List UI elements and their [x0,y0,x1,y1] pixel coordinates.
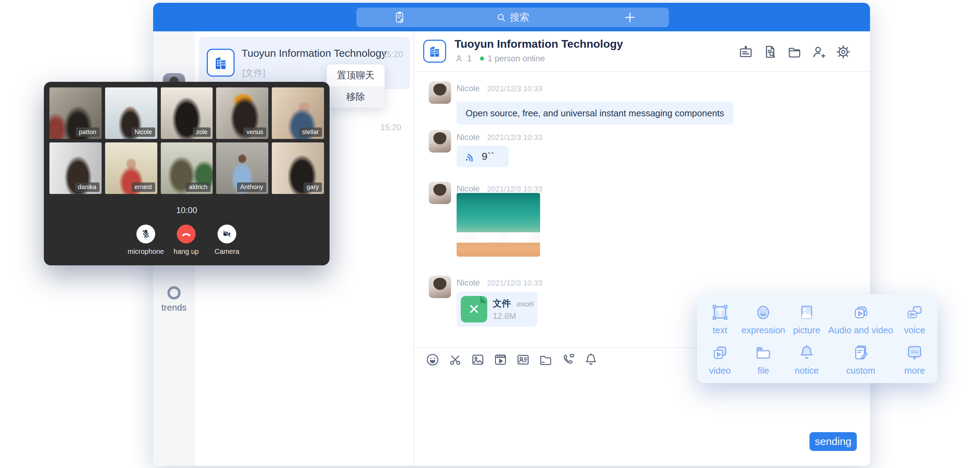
search-bar[interactable]: 搜索 [356,8,669,27]
participant-tile: venus [216,88,268,139]
audio-video-icon [851,303,870,322]
search-icon [496,12,506,22]
participant-name: ernest [132,182,155,192]
message-input[interactable] [414,372,870,466]
trends-label: trends [153,302,195,313]
video-icon[interactable] [493,352,508,367]
conversation-context-menu: 置顶聊天 移除 [327,64,385,108]
popup-item-notice[interactable]: notice [785,340,828,380]
hang-up-icon [180,228,192,240]
menu-item-remove[interactable]: 移除 [327,86,385,108]
participant-name: Nicole [132,128,155,137]
participant-tile: gary [272,142,324,194]
camera-mute-button[interactable] [218,225,236,243]
file-name: 文件 [493,298,511,308]
image-icon[interactable] [470,352,485,367]
online-text: 1 person online [488,54,545,63]
members-icon [455,54,463,63]
popup-item-custom[interactable]: custom [828,340,893,380]
popup-item-more[interactable]: more [893,340,936,380]
voice-bubble[interactable]: 9`` [457,145,509,167]
participant-tile: Anthony [216,142,268,194]
plus-icon[interactable] [623,10,637,24]
message-time: 2021/12/3 10:33 [487,133,542,142]
menu-item-pin-chat[interactable]: 置顶聊天 [327,64,385,86]
hang-up-button[interactable] [177,225,196,243]
text-icon [710,303,730,322]
voice-icon [905,303,924,322]
sender-name: Nicole [457,278,480,287]
contact-card-icon[interactable] [515,352,531,367]
folder-icon[interactable] [786,44,802,60]
sender-name: Nicole [457,132,480,142]
microphone-mute-button[interactable] [137,225,155,243]
popup-item-video[interactable]: video [698,340,741,380]
picture-icon [797,303,816,322]
file-attachment[interactable]: ✕ 文件 .excel 12.8M [457,292,537,327]
participant-tile: aldrich [161,142,213,194]
avatar[interactable] [429,182,451,204]
popup-item-picture[interactable]: picture [785,299,828,340]
participant-name: danika [75,182,100,192]
control-label: Camera [202,248,251,256]
call-timer: 10:00 [44,206,329,215]
announcement-icon[interactable] [738,44,754,60]
desktop-background: 搜索 trends [0,0,980,468]
avatar[interactable] [429,276,451,298]
participant-name: stellar [299,128,322,137]
video-call-panel: patton Nicole zole venus stellar danika … [44,82,329,265]
participant-name: Anthony [237,182,266,192]
search-placeholder[interactable]: 搜索 [510,11,529,24]
settings-icon[interactable] [835,44,851,60]
video-file-icon [710,343,730,363]
participant-tile: zole [161,88,213,139]
notification-icon[interactable] [583,352,598,367]
popup-item-voice[interactable]: voice [893,299,936,340]
avatar[interactable] [429,81,451,104]
app-header: 搜索 [153,3,870,31]
folder-icon[interactable] [538,352,553,367]
excel-file-icon: ✕ [461,296,487,323]
conversation-time: 15:20 [382,50,403,59]
popup-item-file[interactable]: file [741,340,786,380]
add-member-icon[interactable] [811,44,827,60]
video-call-icon[interactable] [561,352,576,367]
photo-detail [457,232,540,242]
organization-icon [207,49,235,77]
avatar[interactable] [429,130,451,153]
nav-item-trends[interactable]: trends [153,286,195,313]
sender-name: Nicole [457,83,480,93]
online-dot [480,56,484,61]
message-time: 2021/12/3 10:33 [487,279,542,287]
message-time: 2021/12/3 10:33 [487,185,542,193]
camera-muted-icon [221,228,232,240]
more-icon [905,343,924,363]
voice-wave-icon [464,150,476,162]
participant-tile: stellar [272,88,324,139]
participant-name: patton [76,128,100,137]
chat-subtitle: 1 1 person online [455,54,545,63]
image-attachment[interactable] [457,193,540,257]
chat-title: Tuoyun Information Technology [455,38,623,51]
message-type-popup: text expression picture [697,294,937,383]
organization-icon [423,40,446,63]
text-bubble[interactable]: Open source, free, and universal instant… [457,102,733,125]
popup-item-expression[interactable]: expression [741,299,786,340]
emoji-icon[interactable] [425,352,440,367]
popup-item-audio-video[interactable]: Audio and video [828,299,893,340]
participant-name: gary [304,182,322,192]
conversation-title: Tuoyun Information Technology [242,47,387,59]
member-count: 1 [467,54,472,63]
screenshot-icon[interactable] [447,352,463,367]
conversation-last-message: [文件] [242,67,265,79]
send-button[interactable]: sending [810,432,857,451]
expression-icon [753,303,773,322]
chat-record-search-icon[interactable] [762,44,778,60]
custom-message-icon [851,343,870,363]
clipboard-edit-icon[interactable] [393,10,406,24]
popup-item-text[interactable]: text [698,299,741,340]
conversation-time: 15:20 [380,123,401,132]
file-folder-icon [753,343,773,363]
participant-name: zole [193,128,210,137]
file-size: 12.8M [493,311,516,321]
